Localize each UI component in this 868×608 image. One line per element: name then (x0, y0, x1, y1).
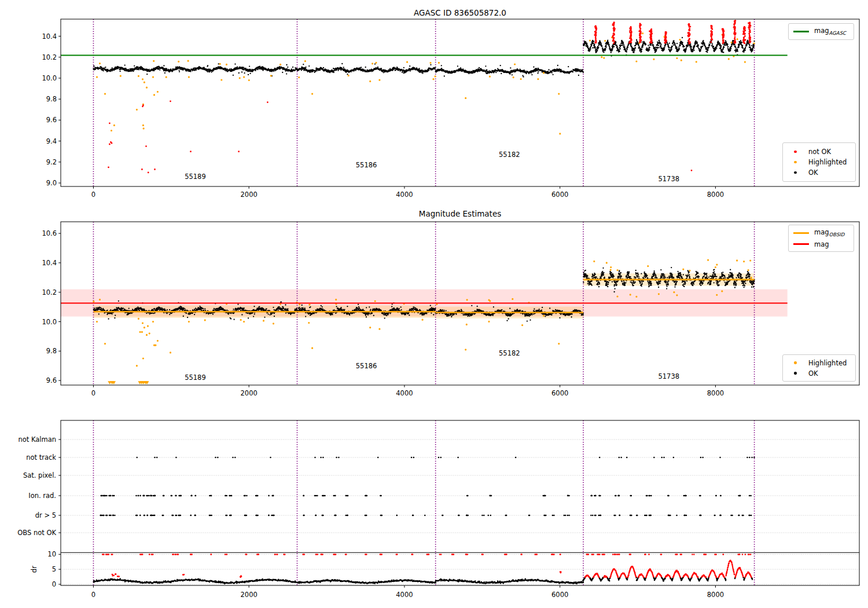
x-tick-label: 2000 (241, 591, 258, 599)
x-tick-label: 4000 (396, 191, 413, 199)
obsid-label: 55182 (499, 349, 520, 357)
legend-item: magOBSID (793, 228, 849, 237)
legend-dot-icon (788, 372, 803, 375)
flag-red-points (102, 555, 751, 578)
legend-marker (793, 31, 809, 32)
legend-label: not OK (808, 148, 831, 156)
legend-label: mag (814, 240, 829, 248)
legend-point-status-top: not OKHighlightedOK (782, 142, 856, 182)
y-tick-label: 10.4 (42, 32, 57, 41)
legend-label: magAGASC (814, 27, 846, 36)
y-tick-label: 9.8 (46, 347, 57, 355)
obsid-label: 55189 (185, 173, 206, 181)
y-tick-label: 10.2 (42, 53, 57, 61)
legend-dot-icon (788, 161, 803, 164)
dr-tick-label: 10 (47, 550, 56, 558)
legend-marker (793, 232, 809, 233)
x-tick-label: 8000 (707, 389, 724, 397)
y-tick-label: 9.6 (46, 376, 57, 384)
legend-marker (794, 361, 797, 364)
legend-point-status-mid: HighlightedOK (782, 354, 856, 382)
x-tick-label: 0 (91, 591, 95, 599)
flag-row-label: dr > 5 (35, 511, 56, 519)
flag-ok-points (94, 457, 755, 584)
obsid-label: 55186 (356, 362, 377, 370)
x-tick-label: 6000 (551, 191, 568, 199)
flag-row-label: Sat. pixel. (23, 471, 56, 479)
y-tick-label: 10.2 (42, 288, 57, 296)
legend-dot-icon (788, 361, 803, 364)
legend-label: OK (808, 169, 818, 177)
x-tick-label: 0 (91, 389, 95, 397)
dr-tick-label: 0 (52, 580, 56, 588)
flag-row-label: Ion. rad. (28, 492, 56, 500)
legend-label-subscript: AGASC (829, 31, 846, 36)
legend-line-swatch (793, 243, 809, 244)
legend-line-swatch (793, 31, 809, 32)
x-tick-label: 0 (91, 191, 95, 199)
y-tick-label: 9.6 (46, 116, 57, 124)
legend-item: Highlighted (788, 158, 851, 166)
legend-marker (794, 151, 797, 153)
obsid-label: 55182 (499, 151, 520, 159)
x-tick-label: 6000 (551, 389, 568, 397)
legend-label: magOBSID (814, 228, 844, 237)
plot-area: 55189551865518251738020004000600080009.0… (0, 0, 868, 608)
flag-row-label: OBS not OK (17, 529, 56, 537)
panel2-title: Magnitude Estimates (419, 209, 501, 218)
legend-label: OK (808, 369, 818, 378)
legend-item: OK (788, 369, 851, 378)
legend-marker (794, 171, 797, 174)
x-tick-label: 4000 (396, 389, 413, 397)
y-tick-label: 10.0 (42, 318, 57, 326)
panel3-frame (61, 420, 859, 585)
legend-label-subscript: OBSID (829, 232, 845, 238)
y-tick-label: 9.4 (46, 137, 57, 145)
x-tick-label: 8000 (707, 191, 724, 199)
legend-item: OK (788, 169, 851, 177)
legend-mag-obsid: magOBSIDmag (788, 225, 854, 252)
legend-label: Highlighted (808, 158, 847, 166)
legend-dot-icon (788, 171, 803, 174)
legend-item: not OK (788, 148, 851, 156)
y-tick-label: 9.8 (46, 95, 57, 103)
obsid-label: 51738 (658, 175, 679, 183)
obsid-label: 55189 (185, 373, 206, 382)
y-tick-label: 9.0 (46, 179, 57, 187)
legend-label: Highlighted (808, 359, 847, 367)
dr-tick-label: 5 (52, 565, 56, 573)
x-tick-label: 2000 (241, 389, 258, 397)
legend-item: mag (793, 240, 849, 248)
legend-marker (793, 243, 809, 244)
obsid-label: 51738 (658, 372, 679, 380)
obsid-label: 55186 (356, 161, 377, 169)
y-tick-label: 10.4 (42, 259, 57, 267)
flag-row-label: not Kalman (18, 435, 56, 444)
y-tick-label: 10.6 (42, 229, 57, 237)
x-tick-label: 6000 (551, 591, 568, 599)
figure-canvas: 55189551865518251738020004000600080009.0… (0, 0, 868, 608)
x-tick-label: 8000 (707, 591, 724, 599)
legend-mag-agasc: magAGASC (788, 23, 854, 40)
flag-row-label: not track (26, 453, 56, 462)
x-tick-label: 2000 (241, 191, 258, 199)
y-tick-label: 10.0 (42, 74, 57, 82)
legend-marker (794, 161, 797, 164)
legend-marker (794, 372, 797, 375)
legend-item: magAGASC (793, 27, 849, 36)
legend-item: Highlighted (788, 359, 851, 367)
legend-line-swatch (793, 232, 809, 233)
legend-dot-icon (788, 151, 803, 153)
panel1-title: AGASC ID 836505872.0 (414, 8, 506, 17)
y-tick-label: 9.2 (46, 158, 57, 166)
x-tick-label: 4000 (396, 591, 413, 599)
ok-points (94, 38, 755, 77)
not-ok-points (109, 21, 751, 173)
dr-axis-label: dr (30, 566, 38, 573)
